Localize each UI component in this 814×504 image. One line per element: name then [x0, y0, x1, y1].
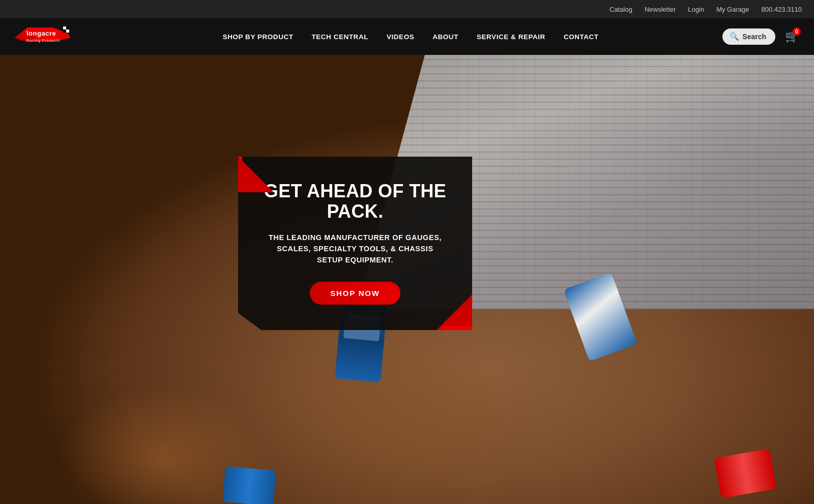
my-garage-link[interactable]: My Garage	[716, 6, 749, 13]
catalog-link[interactable]: Catalog	[609, 6, 632, 13]
shop-by-product-link[interactable]: SHOP BY PRODUCT	[214, 29, 303, 45]
search-icon: 🔍	[730, 32, 739, 41]
phone-number: 800.423.3110	[761, 6, 802, 13]
nav-right: 🔍 Search 🛒 0	[722, 26, 802, 47]
car-blue-bottom	[222, 466, 276, 504]
shop-now-button[interactable]: SHOP NOW	[310, 282, 400, 305]
logo[interactable]: longacre Racing Products	[12, 22, 78, 51]
about-link[interactable]: ABOUT	[423, 29, 468, 45]
hero-card: GET AHEAD OF THE PACK. THE LEADING MANUF…	[238, 157, 472, 330]
cart-button[interactable]: 🛒 0	[781, 26, 802, 47]
newsletter-link[interactable]: Newsletter	[645, 6, 676, 13]
tech-central-link[interactable]: TECH CENTRAL	[303, 29, 377, 45]
search-label: Search	[742, 33, 766, 41]
top-bar: Catalog Newsletter Login My Garage 800.4…	[0, 0, 814, 18]
svg-rect-4	[63, 26, 66, 29]
contact-link[interactable]: CONTACT	[555, 29, 608, 45]
svg-text:longacre: longacre	[26, 29, 56, 37]
main-nav: longacre Racing Products SHOP BY PRODUCT…	[0, 18, 814, 55]
search-button[interactable]: 🔍 Search	[722, 28, 775, 45]
svg-rect-6	[63, 29, 66, 33]
red-accent-top-left	[238, 157, 274, 192]
hero-subtext: THE LEADING MANUFACTURER OF GAUGES, SCAL…	[264, 232, 447, 265]
red-accent-bottom-right	[437, 294, 472, 330]
logo-image: longacre Racing Products	[12, 22, 78, 49]
hero-headline: GET AHEAD OF THE PACK.	[264, 181, 447, 221]
hero-section: GET AHEAD OF THE PACK. THE LEADING MANUF…	[0, 55, 814, 504]
svg-rect-5	[66, 26, 69, 29]
svg-rect-7	[66, 29, 69, 33]
svg-text:Racing Products: Racing Products	[26, 39, 60, 43]
cart-badge: 0	[793, 27, 801, 36]
videos-link[interactable]: VIDEOS	[377, 29, 423, 45]
service-repair-link[interactable]: SERVICE & REPAIR	[468, 29, 555, 45]
nav-links: SHOP BY PRODUCT TECH CENTRAL VIDEOS ABOU…	[99, 29, 722, 45]
login-link[interactable]: Login	[688, 6, 704, 13]
